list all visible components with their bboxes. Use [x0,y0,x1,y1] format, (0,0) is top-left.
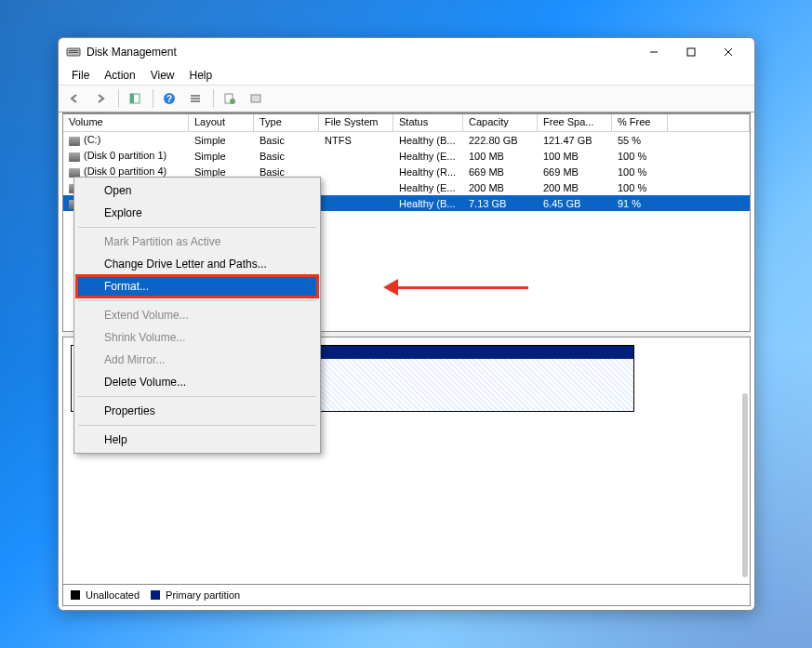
col-volume[interactable]: Volume [63,114,189,131]
svg-rect-2 [69,52,78,53]
menu-view[interactable]: View [143,67,182,84]
back-arrow-icon[interactable] [62,87,87,110]
legend-unallocated-swatch [71,590,80,600]
svg-rect-13 [191,100,200,102]
svg-rect-11 [191,95,200,97]
app-icon [66,45,81,60]
context-menu[interactable]: OpenExploreMark Partition as ActiveChang… [73,177,321,454]
close-button[interactable] [710,39,747,65]
help-icon[interactable]: ? [157,87,181,110]
context-separator [78,300,316,301]
legend-unallocated-label: Unallocated [86,589,140,601]
context-item-add-mirror: Add Mirror... [76,349,318,371]
maximize-button[interactable] [672,39,710,65]
legend-primary-label: Primary partition [166,589,240,601]
context-item-open[interactable]: Open [76,179,318,202]
svg-rect-1 [69,50,78,51]
toolbar: ? [59,85,754,112]
svg-rect-16 [251,95,260,102]
menu-file[interactable]: File [64,67,97,84]
context-item-extend-volume: Extend Volume... [76,304,318,326]
volume-icon [69,137,80,146]
volume-icon [69,152,80,162]
volume-row[interactable]: (C:)SimpleBasicNTFSHealthy (B...222.80 G… [63,132,750,148]
menu-help[interactable]: Help [182,67,220,84]
properties-icon[interactable] [218,87,242,110]
context-separator [78,396,316,397]
vertical-scrollbar[interactable] [742,393,748,577]
forward-arrow-icon[interactable] [88,87,113,110]
col-freespace[interactable]: Free Spa... [538,114,612,131]
legend: Unallocated Primary partition [63,584,750,605]
col-spacer [668,114,750,131]
context-separator [78,227,316,228]
list-icon[interactable] [183,87,207,110]
minimize-button[interactable] [635,39,672,65]
context-item-format[interactable]: Format... [76,275,318,298]
col-percentfree[interactable]: % Free [612,114,668,131]
svg-text:?: ? [166,94,172,104]
toolbar-separator [118,89,119,108]
menubar: File Action View Help [59,66,754,85]
col-capacity[interactable]: Capacity [463,114,538,131]
context-item-help[interactable]: Help [76,429,318,451]
context-item-explore[interactable]: Explore [76,202,318,224]
col-status[interactable]: Status [393,114,463,131]
refresh-icon[interactable] [244,87,268,110]
menu-action[interactable]: Action [97,67,142,84]
svg-rect-12 [191,98,200,99]
toolbar-separator [153,89,153,108]
col-filesystem[interactable]: File System [319,114,393,131]
context-item-shrink-volume: Shrink Volume... [76,326,318,349]
svg-point-15 [230,99,235,104]
titlebar[interactable]: Disk Management [59,38,754,66]
context-separator [78,425,316,426]
window-title: Disk Management [87,46,635,59]
legend-primary-swatch [151,590,160,600]
arrow-head-icon [383,279,398,296]
col-type[interactable]: Type [254,114,319,131]
svg-rect-8 [130,94,134,103]
context-item-delete-volume[interactable]: Delete Volume... [76,371,318,393]
column-headers: Volume Layout Type File System Status Ca… [63,114,750,132]
col-layout[interactable]: Layout [189,114,254,131]
context-item-mark-partition-as-active: Mark Partition as Active [76,231,318,253]
volume-row[interactable]: (Disk 0 partition 1)SimpleBasicHealthy (… [63,148,750,164]
svg-rect-4 [687,48,695,56]
context-item-properties[interactable]: Properties [76,400,318,422]
annotation-arrow [383,279,528,296]
context-item-change-drive-letter-and-paths[interactable]: Change Drive Letter and Paths... [76,253,318,275]
arrow-line [398,286,528,289]
toolbar-separator [213,89,214,108]
show-hide-icon[interactable] [123,87,147,110]
